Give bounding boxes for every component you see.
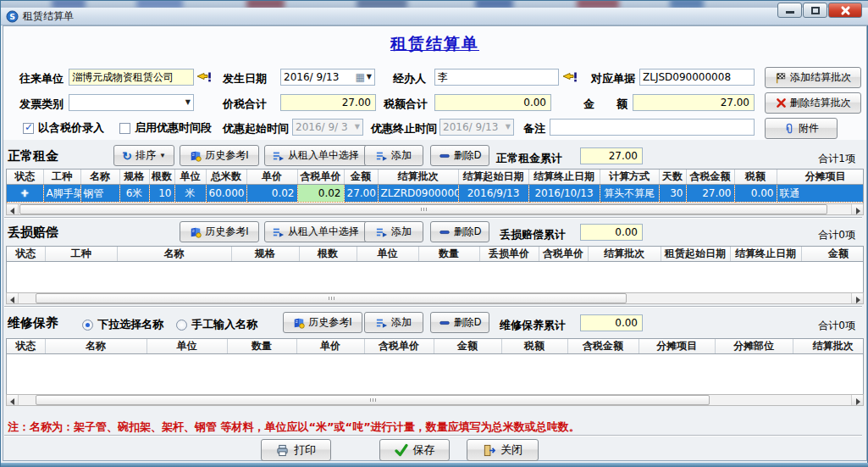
scroll-track[interactable] <box>19 395 851 405</box>
column-header[interactable]: 天数 <box>659 170 686 185</box>
cell[interactable]: 27.00 <box>344 185 378 203</box>
column-header[interactable]: 状态 <box>7 339 45 354</box>
loss-add-button[interactable]: 添加 <box>364 221 423 242</box>
rent-select-from-rent-in-button[interactable]: 从租入单中选择 <box>264 145 368 166</box>
column-header[interactable]: 分摊项目 <box>639 339 715 354</box>
cell[interactable]: 30 <box>659 185 686 203</box>
scroll-left-arrow[interactable] <box>7 204 19 214</box>
promo-period-checkbox[interactable]: ✓ 启用优惠时间段 <box>119 120 212 136</box>
table-row[interactable]: +A脚手架钢管6米10米60.0000.020.0227.00ZLZRD0900… <box>7 185 864 203</box>
maintenance-add-button[interactable]: 添加 <box>364 312 423 333</box>
cell[interactable]: 米 <box>174 185 206 203</box>
scroll-thumb[interactable] <box>36 395 710 405</box>
column-header[interactable]: 规格 <box>231 247 299 262</box>
column-header[interactable]: 名称 <box>117 247 231 262</box>
combo-dropdown-icon[interactable]: ▼ <box>185 95 191 110</box>
radio-dropdown-name[interactable]: 下拉选择名称 <box>82 317 163 332</box>
cell[interactable]: 0.02 <box>297 185 344 203</box>
scroll-thumb[interactable] <box>19 204 827 214</box>
column-header[interactable]: 工种 <box>45 247 117 262</box>
column-header[interactable]: 名称 <box>80 170 119 185</box>
column-header[interactable]: 金额 <box>344 170 378 185</box>
cell[interactable]: 60.000 <box>206 185 246 203</box>
column-header[interactable]: 含税单价 <box>364 339 434 354</box>
loss-select-from-rent-in-button[interactable]: 从租入单中选择 <box>264 221 368 242</box>
ref-doc-field[interactable]: ZLJSD090000008 <box>639 69 755 86</box>
cell[interactable]: 2016/9/13 <box>458 185 528 203</box>
tax-included-checkbox[interactable]: ✓ 以含税价录入 <box>23 120 104 136</box>
close-form-button[interactable]: 关闭 <box>467 439 539 461</box>
scroll-right-arrow[interactable] <box>851 293 863 303</box>
column-header[interactable]: 计算方式 <box>600 170 659 185</box>
cell[interactable]: 0.00 <box>734 185 777 203</box>
column-header[interactable]: 根数 <box>299 247 357 262</box>
column-header[interactable]: 结算批次 <box>378 170 458 185</box>
loss-delete-button[interactable]: 删除D <box>430 221 489 242</box>
cell[interactable]: 钢管 <box>80 185 119 203</box>
column-header[interactable]: 税额 <box>734 170 777 185</box>
column-header[interactable]: 结算起始日期 <box>458 170 528 185</box>
column-header[interactable]: 状态 <box>7 170 43 185</box>
handler-field[interactable]: 李 <box>434 69 559 86</box>
column-header[interactable]: 单位 <box>357 247 418 262</box>
invoice-type-select[interactable]: ▼ <box>69 94 194 111</box>
column-header[interactable]: 分摊项目 <box>777 170 864 185</box>
handler-picker-hand-icon[interactable] <box>562 69 578 87</box>
column-header[interactable]: 状态 <box>7 247 45 262</box>
column-header[interactable]: 金额 <box>801 247 864 262</box>
column-header[interactable]: 丢损单价 <box>479 247 539 262</box>
date-dropdown-icon[interactable]: ▼ <box>367 69 372 85</box>
cell[interactable]: 6米 <box>119 185 149 203</box>
cell[interactable]: A脚手架 <box>43 185 80 203</box>
cell[interactable]: 联通 <box>777 185 864 203</box>
partner-field[interactable]: 淄博元成物资租赁公司 <box>69 69 194 86</box>
column-header[interactable]: 含税金额 <box>686 170 734 185</box>
cell[interactable]: 2016/10/13 <box>528 185 600 203</box>
column-header[interactable]: 含税单价 <box>539 247 588 262</box>
column-header[interactable]: 含税金额 <box>567 339 639 354</box>
column-header[interactable]: 结算终止日期 <box>528 170 600 185</box>
scroll-thumb[interactable] <box>36 293 627 303</box>
attachment-button[interactable]: 附件 <box>765 118 838 139</box>
column-header[interactable]: 总米数 <box>206 170 246 185</box>
rent-delete-button[interactable]: 删除D <box>430 145 489 166</box>
column-header[interactable]: 分摊部位 <box>715 339 793 354</box>
minimize-button[interactable] <box>777 3 802 18</box>
column-header[interactable]: 根数 <box>149 170 174 185</box>
remark-field[interactable] <box>550 119 755 136</box>
maintenance-history-button[interactable]: 历史参考I <box>283 312 362 333</box>
rent-add-button[interactable]: 添加 <box>364 145 423 166</box>
cell[interactable]: ZLZRD090000013 <box>378 185 458 203</box>
add-batch-button[interactable]: 添加结算批次 <box>765 67 861 88</box>
scroll-right-arrow[interactable] <box>851 395 863 405</box>
column-header[interactable]: 单价 <box>246 170 297 185</box>
scroll-track[interactable] <box>19 204 851 214</box>
scroll-track[interactable] <box>19 293 851 303</box>
rent-history-button[interactable]: 历史参考I <box>180 145 259 166</box>
column-header[interactable]: 数量 <box>227 339 296 354</box>
save-button[interactable]: 保存 <box>379 439 450 461</box>
scroll-left-arrow[interactable] <box>7 293 19 303</box>
column-header[interactable]: 名称 <box>45 339 147 354</box>
partner-picker-hand-icon[interactable] <box>196 69 212 87</box>
column-header[interactable]: 工种 <box>43 170 80 185</box>
column-header[interactable]: 结算批次 <box>588 247 661 262</box>
cell[interactable]: 0.02 <box>246 185 297 203</box>
print-button[interactable]: 打印 <box>261 439 331 461</box>
close-button[interactable] <box>828 3 862 18</box>
column-header[interactable]: 结算批次 <box>793 339 864 354</box>
column-header[interactable]: 含税单价 <box>297 170 344 185</box>
column-header[interactable]: 结算终止日期 <box>730 247 801 262</box>
maximize-button[interactable] <box>803 3 827 18</box>
cell[interactable]: 算头不算尾 <box>600 185 659 203</box>
cell[interactable]: 10 <box>149 185 174 203</box>
column-header[interactable]: 数量 <box>418 247 479 262</box>
column-header[interactable]: 单价 <box>296 339 364 354</box>
maintenance-delete-button[interactable]: 删除D <box>430 312 489 333</box>
column-header[interactable]: 租赁起始日期 <box>661 247 730 262</box>
rent-sort-button[interactable]: ↻ 排序 ▼ <box>113 145 174 166</box>
cell[interactable]: 27.00 <box>686 185 734 203</box>
column-header[interactable]: 规格 <box>119 170 149 185</box>
column-header[interactable]: 单位 <box>174 170 206 185</box>
scroll-left-arrow[interactable] <box>7 395 19 405</box>
